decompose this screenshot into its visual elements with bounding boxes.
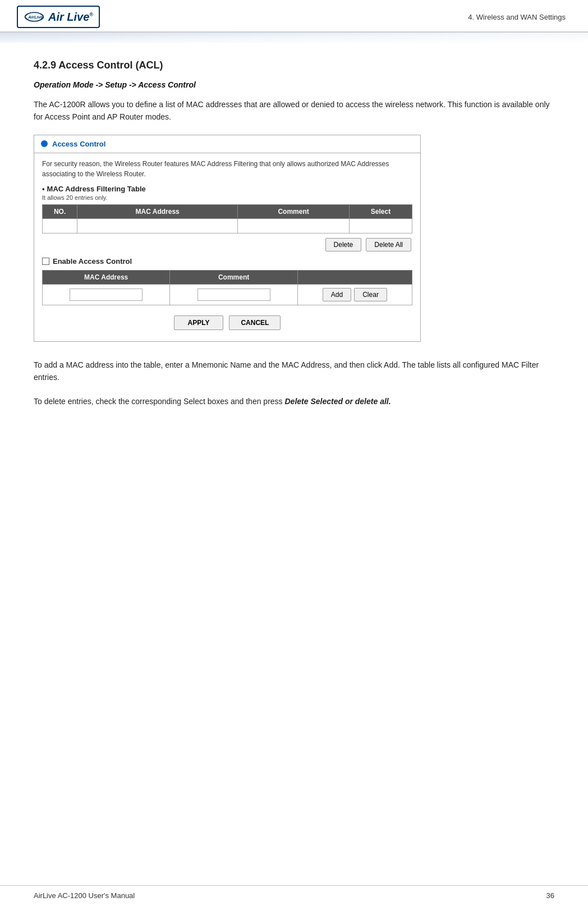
post-description-2: To delete entries, check the correspondi… bbox=[34, 395, 554, 408]
delete-all-button[interactable]: Delete All bbox=[366, 238, 411, 251]
post-description-1: To add a MAC address into the table, ent… bbox=[34, 359, 554, 384]
add-clear-cell: Add Clear bbox=[297, 284, 412, 305]
enable-access-control-checkbox[interactable] bbox=[42, 258, 49, 265]
input-col-comment: Comment bbox=[170, 270, 297, 284]
ac-description: For security reason, the Wireless Router… bbox=[42, 159, 412, 179]
svg-text:AirLive: AirLive bbox=[27, 15, 43, 20]
logo-box: AirLive Air Live® bbox=[17, 6, 100, 28]
logo-area: AirLive Air Live® bbox=[17, 6, 100, 28]
logo-text: Air Live® bbox=[48, 11, 93, 24]
description-text-1: The AC-1200R allows you to define a list… bbox=[34, 98, 554, 123]
input-row: Add Clear bbox=[43, 284, 412, 305]
col-header-comment: Comment bbox=[238, 204, 350, 218]
cell-comment bbox=[238, 218, 350, 233]
main-content: 4.2.9 Access Control (ACL) Operation Mod… bbox=[0, 48, 588, 436]
ac-title-bar: Access Control bbox=[34, 135, 420, 153]
table-buttons: Delete Delete All bbox=[42, 238, 412, 251]
ac-radio-indicator bbox=[41, 140, 48, 147]
page-header: AirLive Air Live® 4. Wireless and WAN Se… bbox=[0, 0, 588, 33]
apply-cancel-row: APPLY CANCEL bbox=[42, 311, 412, 336]
cancel-button[interactable]: CANCEL bbox=[229, 315, 281, 330]
mac-filter-title: •MAC Address Filtering Table bbox=[42, 185, 412, 193]
mac-input-cell bbox=[43, 284, 170, 305]
footer-page-number: 36 bbox=[546, 891, 554, 900]
footer-manual-name: AirLive AC-1200 User's Manual bbox=[34, 891, 135, 900]
cell-no bbox=[43, 218, 77, 233]
input-col-mac: MAC Address bbox=[43, 270, 170, 284]
table-row-empty bbox=[43, 218, 412, 233]
comment-input[interactable] bbox=[197, 289, 270, 301]
airlive-logo-icon: AirLive bbox=[24, 9, 45, 25]
col-header-no: NO. bbox=[43, 204, 77, 218]
clear-button[interactable]: Clear bbox=[354, 288, 387, 301]
delete-button[interactable]: Delete bbox=[325, 238, 362, 251]
chapter-title: 4. Wireless and WAN Settings bbox=[468, 13, 566, 21]
enable-access-control-row: Enable Access Control bbox=[42, 257, 412, 265]
wave-decoration bbox=[0, 33, 588, 43]
mac-filter-sub: It allows 20 entries only. bbox=[42, 194, 412, 201]
section-title: 4.2.9 Access Control (ACL) bbox=[34, 59, 554, 71]
cell-select bbox=[350, 218, 412, 233]
col-header-select: Select bbox=[350, 204, 412, 218]
comment-input-cell bbox=[170, 284, 297, 305]
ac-title-label: Access Control bbox=[52, 140, 105, 148]
add-button[interactable]: Add bbox=[323, 288, 351, 301]
access-control-box: Access Control For security reason, the … bbox=[34, 135, 421, 342]
mac-address-input[interactable] bbox=[70, 289, 143, 301]
mac-filter-table: NO. MAC Address Comment Select bbox=[42, 204, 412, 234]
page-footer: AirLive AC-1200 User's Manual 36 bbox=[0, 885, 588, 900]
operation-mode: Operation Mode -> Setup -> Access Contro… bbox=[34, 80, 554, 89]
enable-access-control-label: Enable Access Control bbox=[53, 257, 132, 265]
ac-content: For security reason, the Wireless Router… bbox=[34, 153, 420, 341]
input-table: MAC Address Comment bbox=[42, 270, 412, 305]
cell-mac bbox=[77, 218, 238, 233]
apply-button[interactable]: APPLY bbox=[174, 315, 224, 330]
input-col-actions bbox=[297, 270, 412, 284]
col-header-mac: MAC Address bbox=[77, 204, 238, 218]
